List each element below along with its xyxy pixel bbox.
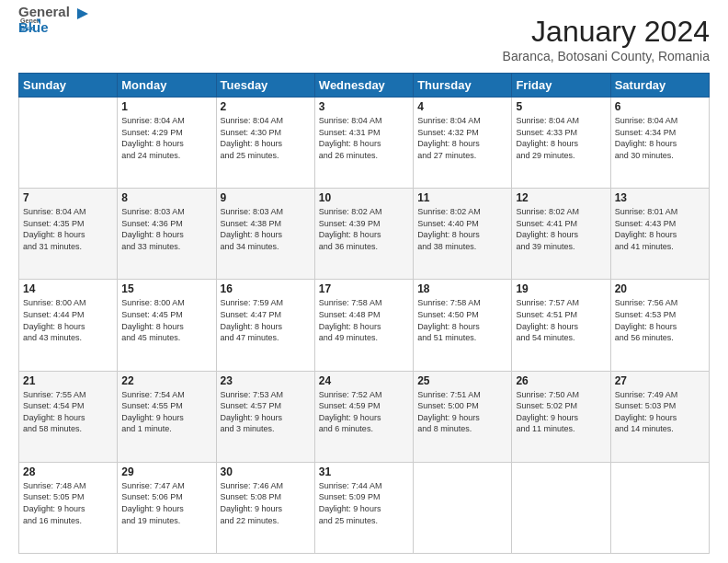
logo: General Blue General Blue bbox=[18, 15, 90, 36]
week-row-4: 21Sunrise: 7:55 AM Sunset: 4:54 PM Dayli… bbox=[19, 371, 710, 462]
day-info: Sunrise: 7:56 AM Sunset: 4:53 PM Dayligh… bbox=[615, 297, 705, 343]
col-friday: Friday bbox=[512, 74, 610, 98]
calendar-cell-0-5: 5Sunrise: 8:04 AM Sunset: 4:33 PM Daylig… bbox=[512, 98, 610, 189]
day-number: 6 bbox=[615, 100, 705, 113]
calendar-cell-2-6: 20Sunrise: 7:56 AM Sunset: 4:53 PM Dayli… bbox=[610, 280, 709, 371]
calendar-header-row: Sunday Monday Tuesday Wednesday Thursday… bbox=[19, 74, 710, 98]
calendar-cell-1-3: 10Sunrise: 8:02 AM Sunset: 4:39 PM Dayli… bbox=[314, 189, 413, 280]
day-number: 12 bbox=[516, 191, 606, 204]
calendar-cell-0-2: 2Sunrise: 8:04 AM Sunset: 4:30 PM Daylig… bbox=[216, 98, 314, 189]
day-number: 9 bbox=[221, 191, 311, 204]
calendar-cell-2-2: 16Sunrise: 7:59 AM Sunset: 4:47 PM Dayli… bbox=[216, 280, 314, 371]
calendar-body: 1Sunrise: 8:04 AM Sunset: 4:29 PM Daylig… bbox=[19, 98, 710, 554]
day-info: Sunrise: 8:03 AM Sunset: 4:36 PM Dayligh… bbox=[121, 206, 211, 252]
day-number: 31 bbox=[319, 465, 409, 478]
calendar-cell-3-4: 25Sunrise: 7:51 AM Sunset: 5:00 PM Dayli… bbox=[414, 371, 512, 462]
day-info: Sunrise: 7:58 AM Sunset: 4:48 PM Dayligh… bbox=[319, 297, 409, 343]
logo-block: General Blue General Blue bbox=[18, 15, 90, 36]
day-number: 7 bbox=[23, 191, 113, 204]
day-info: Sunrise: 7:52 AM Sunset: 4:59 PM Dayligh… bbox=[319, 389, 409, 435]
day-info: Sunrise: 7:49 AM Sunset: 5:03 PM Dayligh… bbox=[615, 389, 705, 435]
col-thursday: Thursday bbox=[414, 74, 512, 98]
day-info: Sunrise: 8:04 AM Sunset: 4:31 PM Dayligh… bbox=[319, 115, 409, 161]
day-info: Sunrise: 7:53 AM Sunset: 4:57 PM Dayligh… bbox=[221, 389, 311, 435]
day-number: 28 bbox=[23, 465, 113, 478]
calendar-cell-3-3: 24Sunrise: 7:52 AM Sunset: 4:59 PM Dayli… bbox=[314, 371, 413, 462]
calendar-cell-1-0: 7Sunrise: 8:04 AM Sunset: 4:35 PM Daylig… bbox=[19, 189, 118, 280]
calendar-cell-3-2: 23Sunrise: 7:53 AM Sunset: 4:57 PM Dayli… bbox=[216, 371, 314, 462]
col-saturday: Saturday bbox=[610, 74, 709, 98]
day-number: 2 bbox=[221, 100, 311, 113]
day-number: 20 bbox=[615, 282, 705, 295]
calendar-cell-3-6: 27Sunrise: 7:49 AM Sunset: 5:03 PM Dayli… bbox=[610, 371, 709, 462]
col-wednesday: Wednesday bbox=[314, 74, 413, 98]
day-info: Sunrise: 8:04 AM Sunset: 4:35 PM Dayligh… bbox=[23, 206, 113, 252]
calendar-cell-4-4 bbox=[414, 462, 512, 553]
calendar-cell-0-1: 1Sunrise: 8:04 AM Sunset: 4:29 PM Daylig… bbox=[118, 98, 216, 189]
page: General Blue General Blue January 2024 B… bbox=[0, 0, 728, 563]
day-info: Sunrise: 7:46 AM Sunset: 5:08 PM Dayligh… bbox=[221, 480, 311, 526]
day-info: Sunrise: 8:02 AM Sunset: 4:41 PM Dayligh… bbox=[516, 206, 606, 252]
month-title: January 2024 bbox=[503, 15, 710, 49]
col-monday: Monday bbox=[118, 74, 216, 98]
day-number: 27 bbox=[615, 374, 705, 387]
day-info: Sunrise: 8:04 AM Sunset: 4:30 PM Dayligh… bbox=[221, 115, 311, 161]
day-number: 23 bbox=[221, 374, 311, 387]
day-number: 26 bbox=[516, 374, 606, 387]
day-info: Sunrise: 8:04 AM Sunset: 4:33 PM Dayligh… bbox=[516, 115, 606, 161]
calendar-cell-2-3: 17Sunrise: 7:58 AM Sunset: 4:48 PM Dayli… bbox=[314, 280, 413, 371]
day-info: Sunrise: 8:03 AM Sunset: 4:38 PM Dayligh… bbox=[221, 206, 311, 252]
day-info: Sunrise: 8:02 AM Sunset: 4:40 PM Dayligh… bbox=[417, 206, 507, 252]
calendar-cell-4-2: 30Sunrise: 7:46 AM Sunset: 5:08 PM Dayli… bbox=[216, 462, 314, 553]
calendar-cell-0-6: 6Sunrise: 8:04 AM Sunset: 4:34 PM Daylig… bbox=[610, 98, 709, 189]
calendar-cell-3-5: 26Sunrise: 7:50 AM Sunset: 5:02 PM Dayli… bbox=[512, 371, 610, 462]
week-row-1: 1Sunrise: 8:04 AM Sunset: 4:29 PM Daylig… bbox=[19, 98, 710, 189]
col-sunday: Sunday bbox=[19, 74, 118, 98]
day-number: 16 bbox=[221, 282, 311, 295]
day-number: 17 bbox=[319, 282, 409, 295]
calendar-cell-1-6: 13Sunrise: 8:01 AM Sunset: 4:43 PM Dayli… bbox=[610, 189, 709, 280]
day-info: Sunrise: 8:04 AM Sunset: 4:34 PM Dayligh… bbox=[615, 115, 705, 161]
day-info: Sunrise: 7:54 AM Sunset: 4:55 PM Dayligh… bbox=[121, 389, 211, 435]
day-number: 29 bbox=[121, 465, 211, 478]
calendar-cell-1-4: 11Sunrise: 8:02 AM Sunset: 4:40 PM Dayli… bbox=[414, 189, 512, 280]
day-info: Sunrise: 8:02 AM Sunset: 4:39 PM Dayligh… bbox=[319, 206, 409, 252]
day-info: Sunrise: 7:59 AM Sunset: 4:47 PM Dayligh… bbox=[221, 297, 311, 343]
day-number: 19 bbox=[516, 282, 606, 295]
calendar-cell-3-0: 21Sunrise: 7:55 AM Sunset: 4:54 PM Dayli… bbox=[19, 371, 118, 462]
calendar-cell-2-4: 18Sunrise: 7:58 AM Sunset: 4:50 PM Dayli… bbox=[414, 280, 512, 371]
week-row-3: 14Sunrise: 8:00 AM Sunset: 4:44 PM Dayli… bbox=[19, 280, 710, 371]
logo-blue: Blue bbox=[18, 19, 70, 35]
logo-general: General bbox=[18, 4, 70, 19]
day-info: Sunrise: 8:04 AM Sunset: 4:32 PM Dayligh… bbox=[417, 115, 507, 161]
day-number: 30 bbox=[221, 465, 311, 478]
day-number: 15 bbox=[121, 282, 211, 295]
logo-flag-icon bbox=[72, 6, 90, 25]
calendar-cell-2-1: 15Sunrise: 8:00 AM Sunset: 4:45 PM Dayli… bbox=[118, 280, 216, 371]
calendar-cell-1-1: 8Sunrise: 8:03 AM Sunset: 4:36 PM Daylig… bbox=[118, 189, 216, 280]
day-info: Sunrise: 7:48 AM Sunset: 5:05 PM Dayligh… bbox=[23, 480, 113, 526]
day-number: 21 bbox=[23, 374, 113, 387]
day-info: Sunrise: 7:51 AM Sunset: 5:00 PM Dayligh… bbox=[417, 389, 507, 435]
calendar-cell-0-3: 3Sunrise: 8:04 AM Sunset: 4:31 PM Daylig… bbox=[314, 98, 413, 189]
day-number: 3 bbox=[319, 100, 409, 113]
day-number: 5 bbox=[516, 100, 606, 113]
day-number: 24 bbox=[319, 374, 409, 387]
week-row-5: 28Sunrise: 7:48 AM Sunset: 5:05 PM Dayli… bbox=[19, 462, 710, 553]
day-number: 22 bbox=[121, 374, 211, 387]
day-number: 4 bbox=[417, 100, 507, 113]
calendar-cell-4-0: 28Sunrise: 7:48 AM Sunset: 5:05 PM Dayli… bbox=[19, 462, 118, 553]
svg-marker-3 bbox=[77, 8, 88, 19]
title-block: January 2024 Baranca, Botosani County, R… bbox=[503, 15, 710, 63]
calendar-table: Sunday Monday Tuesday Wednesday Thursday… bbox=[18, 73, 710, 554]
calendar-cell-3-1: 22Sunrise: 7:54 AM Sunset: 4:55 PM Dayli… bbox=[118, 371, 216, 462]
calendar-cell-4-5 bbox=[512, 462, 610, 553]
calendar-cell-1-5: 12Sunrise: 8:02 AM Sunset: 4:41 PM Dayli… bbox=[512, 189, 610, 280]
day-number: 14 bbox=[23, 282, 113, 295]
day-info: Sunrise: 7:44 AM Sunset: 5:09 PM Dayligh… bbox=[319, 480, 409, 526]
day-info: Sunrise: 7:47 AM Sunset: 5:06 PM Dayligh… bbox=[121, 480, 211, 526]
day-info: Sunrise: 8:00 AM Sunset: 4:45 PM Dayligh… bbox=[121, 297, 211, 343]
calendar-cell-4-1: 29Sunrise: 7:47 AM Sunset: 5:06 PM Dayli… bbox=[118, 462, 216, 553]
col-tuesday: Tuesday bbox=[216, 74, 314, 98]
calendar-cell-4-6 bbox=[610, 462, 709, 553]
